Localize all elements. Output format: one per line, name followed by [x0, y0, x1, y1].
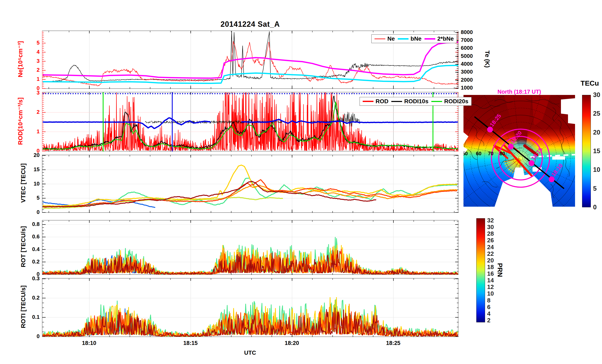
lat-label-80: 80	[500, 151, 505, 156]
polar-tec-map: 18:2518:2018:1518:10 50607080	[463, 95, 575, 207]
prn-cb-tick-30: 30	[487, 224, 494, 231]
y-tick-rot: 0.6	[23, 233, 40, 240]
y-tick-ne-right: 5000	[461, 53, 484, 59]
prn-cb-tick-22: 22	[487, 250, 494, 257]
y-tick-ne-right: 1000	[461, 85, 484, 91]
y-tick-rod: 2	[23, 109, 40, 115]
y-tick-ne-right: 7000	[461, 37, 484, 43]
track-dot-18:25	[487, 127, 493, 132]
x-tick-label: 18:10	[75, 340, 104, 346]
prn-cb-tick-2: 2	[487, 317, 490, 324]
y-tick-roti: 0.2	[23, 295, 40, 301]
y-tick-rod: 3	[23, 90, 40, 96]
rodi10-line-swatch	[391, 101, 402, 102]
figure-window: 20141224 Sat_A Ne[10⁵cm⁻³] Te (K) ROD[10…	[0, 0, 602, 364]
y-tick-vtec: 0	[23, 209, 40, 215]
figure-title: 20141224 Sat_A	[42, 20, 458, 29]
tec-cb-tick-0: 0	[593, 203, 597, 211]
tec-cb-tick-30: 30	[593, 91, 600, 99]
y-tick-roti: 0	[23, 333, 40, 340]
prn-cb-tick-24: 24	[487, 244, 494, 251]
tec-cb-tick-5: 5	[593, 185, 597, 192]
series-line	[43, 41, 458, 86]
y-tick-vtec: 15	[23, 166, 40, 173]
track-dot-18:20	[508, 144, 514, 150]
y-tick-ne: 5	[23, 40, 40, 46]
bne-line-swatch	[398, 38, 408, 40]
y-tick-roti: 0.3	[23, 275, 40, 282]
tec-cb-tick-10: 10	[593, 166, 600, 173]
panel-rot	[42, 220, 458, 275]
x-axis-title: UTC	[236, 350, 265, 356]
lat-label-50: 50	[463, 151, 468, 156]
prn-cb-tick-26: 26	[487, 237, 494, 244]
plot-surface-rot	[42, 220, 459, 275]
track-dot-18:10	[549, 176, 555, 182]
x-tick-label: 18:15	[176, 340, 205, 346]
y-tick-ne: 3	[23, 58, 40, 64]
plot-surface-roti	[42, 278, 459, 337]
series-line	[43, 180, 457, 207]
tec-colorbar-title: TECu	[576, 79, 602, 87]
panel-roti	[42, 278, 458, 337]
tec-map-canvas: 18:2518:2018:1518:10 50607080	[463, 95, 575, 207]
y-tick-ne-right: 4000	[461, 61, 484, 67]
prn-cb-tick-18: 18	[487, 264, 494, 270]
plot-surface-vtec	[42, 155, 459, 213]
legend-item: Ne	[375, 35, 395, 42]
legend-item: ROD	[363, 98, 388, 105]
track-dot-18:15	[529, 160, 534, 166]
x-tick-label: 18:20	[277, 340, 306, 346]
y-tick-rot: 0.2	[23, 258, 40, 265]
b2ne-line-swatch	[424, 38, 435, 40]
no-data-patch	[552, 156, 565, 160]
y-tick-rod: 1	[23, 128, 40, 135]
y-tick-ne-right: 8000	[461, 29, 484, 35]
legend-ne: Ne bNe 2*bNe	[371, 34, 457, 43]
prn-cb-tick-20: 20	[487, 257, 494, 264]
ne-line-swatch	[375, 39, 385, 39]
y-tick-ne-right: 2000	[461, 77, 484, 83]
y-tick-vtec: 5	[23, 195, 40, 201]
legend-item: 2*bNe	[424, 35, 454, 42]
prn-cb-tick-14: 14	[487, 277, 494, 284]
y-tick-ne-right: 3000	[461, 69, 484, 75]
prn-cb-tick-16: 16	[487, 270, 494, 277]
prn-cb-tick-32: 32	[487, 217, 494, 224]
panel-vtec	[42, 155, 458, 213]
lat-label-60: 60	[476, 151, 482, 156]
prn-cb-tick-8: 8	[487, 297, 490, 304]
prn-cb-tick-6: 6	[487, 304, 490, 310]
y-tick-ne: 2	[23, 67, 40, 73]
legend-item: RODI20s	[431, 98, 468, 105]
rod-line-swatch	[363, 101, 374, 102]
prn-cb-tick-28: 28	[487, 230, 494, 237]
prn-cb-tick-10: 10	[487, 290, 494, 297]
y-tick-rot: 0.8	[23, 221, 40, 227]
prn-cb-tick-12: 12	[487, 284, 494, 290]
rodi20-line-swatch	[431, 101, 442, 102]
y-tick-ne: 4	[23, 49, 40, 55]
tec-colorbar	[582, 95, 591, 207]
tec-cb-tick-25: 25	[593, 110, 600, 117]
y-tick-rot: 0.4	[23, 246, 40, 252]
legend-rod: ROD RODI10s RODI20s	[360, 97, 472, 106]
prn-cb-tick-4: 4	[487, 310, 490, 317]
legend-item: RODI10s	[391, 98, 429, 105]
y-tick-roti: 0.1	[23, 314, 40, 320]
lat-label-70: 70	[488, 151, 494, 156]
legend-item: bNe	[398, 35, 422, 42]
tec-cb-tick-15: 15	[593, 147, 600, 155]
y-tick-vtec: 20	[23, 152, 40, 158]
yaxis-title-te: Te (K)	[484, 18, 491, 101]
prn-colorbar-label: PRN	[496, 254, 504, 287]
x-tick-label: 18:25	[379, 340, 408, 346]
tec-cb-tick-20: 20	[593, 129, 600, 136]
y-tick-ne: 1	[23, 76, 40, 82]
y-tick-vtec: 10	[23, 181, 40, 187]
y-tick-ne-right: 6000	[461, 45, 484, 51]
prn-colorbar	[476, 218, 485, 322]
